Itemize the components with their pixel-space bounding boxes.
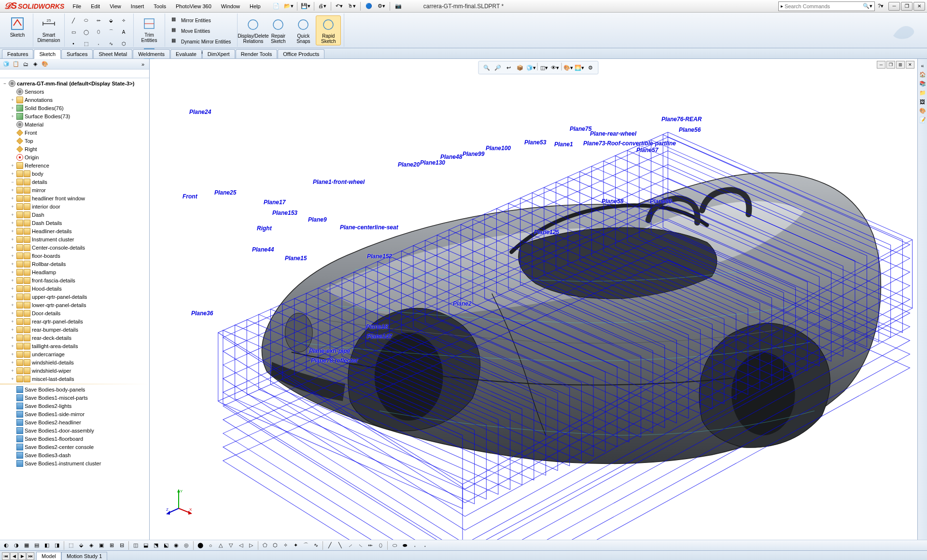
toolbar-btn-9[interactable]: ▣ [97, 541, 106, 550]
rebuild-button[interactable]: 🔵 [364, 1, 374, 12]
toolbar-btn-4[interactable]: ◧ [42, 541, 51, 550]
toolbar-btn-39[interactable]: ⬪ [421, 541, 429, 550]
toolbar-btn-29[interactable]: ∿ [311, 541, 320, 550]
toolbar-btn-11[interactable]: ⊟ [117, 541, 126, 550]
toolbar-btn-6[interactable]: ⬚ [67, 541, 75, 550]
move-entities-button[interactable]: ▦Move Entities [169, 26, 233, 36]
sketch-tool-10[interactable]: • [69, 39, 78, 48]
toolbar-btn-20[interactable]: △ [216, 541, 225, 550]
tree-folder-dash[interactable]: +Dash [0, 210, 149, 219]
sketch-tool-11[interactable]: ⬚ [81, 39, 91, 48]
minimize-button[interactable]: ─ [888, 2, 900, 11]
tree-save-save-bodies3-dash[interactable]: Save Bodies3-dash [0, 451, 149, 459]
zoom-fit-icon[interactable]: 🔍 [482, 63, 492, 72]
toolbar-btn-2[interactable]: ▦ [22, 541, 31, 550]
plane-label[interactable]: Plane125 [534, 229, 559, 236]
plane-label[interactable]: Plane-centerline-seat [340, 224, 398, 231]
plane-label[interactable]: Plane44 [252, 246, 274, 253]
sketch-tool-7[interactable]: ⬯ [94, 27, 103, 37]
toolbar-btn-23[interactable]: ▷ [247, 541, 255, 550]
plane-label[interactable]: Plane78-reflector [311, 357, 358, 364]
toolbar-btn-16[interactable]: ◉ [172, 541, 181, 550]
plane-label[interactable]: Plane147 [367, 333, 392, 340]
tree-save-save-bodies-body-panels[interactable]: Save Bodies-body-panels [0, 385, 149, 393]
tree-folder-windshield-wiper[interactable]: +windshield-wiper [0, 366, 149, 375]
tree-folder-body[interactable]: +body [0, 169, 149, 178]
toolbar-btn-13[interactable]: ⬓ [141, 541, 150, 550]
tree-save-save-bodies1-floorboard[interactable]: Save Bodies1-floorboard [0, 434, 149, 443]
tree-folder-rear-qrtr-panel-details[interactable]: +rear-qrtr-panel-details [0, 317, 149, 325]
menu-insert[interactable]: Insert [126, 1, 149, 11]
save-button[interactable]: 💾▾ [300, 1, 311, 12]
plane-label[interactable]: Plane2 [453, 300, 472, 307]
sketch-tool-4[interactable]: ✧ [119, 15, 128, 25]
section-view-icon[interactable]: 📦 [515, 63, 525, 72]
tree-folder-taillight-area-details[interactable]: +taillight-area-details [0, 342, 149, 350]
tree-root-node[interactable]: − carrera-GT-mm-final (default<Display S… [0, 79, 149, 87]
sketch-tool-0[interactable]: ╱ [69, 15, 78, 25]
plane-label[interactable]: Plane80 [650, 198, 672, 205]
plane-label[interactable]: Plane75 [570, 126, 591, 132]
toolbar-btn-10[interactable]: ⊞ [107, 541, 116, 550]
appearances-icon[interactable]: 🎨 [919, 108, 926, 114]
tree-folder-hood-details[interactable]: +Hood-details [0, 284, 149, 293]
toolbar-btn-7[interactable]: ⬙ [77, 541, 85, 550]
plane-label[interactable]: Front [183, 193, 197, 200]
tab-evaluate[interactable]: Evaluate [170, 49, 202, 58]
design-library-icon[interactable]: 📚 [919, 81, 926, 87]
tab-weldments[interactable]: Weldments [133, 49, 170, 58]
toolbar-btn-32[interactable]: ⟋ [346, 541, 354, 550]
custom-props-icon[interactable]: 📝 [919, 117, 926, 123]
tree-folder-headlamp[interactable]: +Headlamp [0, 268, 149, 276]
print-button[interactable]: 🖨▾ [317, 1, 328, 12]
tree-node-surface-bodies-73-[interactable]: +Surface Bodies(73) [0, 112, 149, 120]
plane-label[interactable]: Plane25 [214, 189, 236, 196]
plane-label[interactable]: Plane-rear-wheel [590, 130, 636, 137]
display-manager-tab[interactable]: 🎨 [41, 60, 49, 69]
menu-file[interactable]: File [68, 1, 85, 11]
plane-label[interactable]: Plane18 [366, 323, 388, 330]
plane-label[interactable]: Plane-exh-pipe [309, 348, 350, 354]
orientation-triad[interactable]: Y X Z [164, 487, 193, 516]
tree-filter[interactable] [0, 70, 149, 78]
previous-view-icon[interactable]: ↩ [504, 63, 514, 72]
sketch-tool-9[interactable]: A [119, 27, 128, 37]
tree-folder-lower-qrtr-panel-details[interactable]: +lower-qrtr-panel-details [0, 301, 149, 309]
plane-label[interactable]: Plane76-REAR [661, 116, 702, 123]
select-button[interactable]: 🖱▾ [347, 1, 357, 12]
dynamic-mirror-button[interactable]: ▦Dynamic Mirror Entities [169, 37, 233, 46]
toolbar-btn-24[interactable]: ⬠ [261, 541, 269, 550]
toolbar-btn-21[interactable]: ▽ [226, 541, 235, 550]
tree-folder-headliner-front-window[interactable]: +headliner front window [0, 194, 149, 202]
toolbar-btn-27[interactable]: ✦ [291, 541, 300, 550]
menu-view[interactable]: View [105, 1, 126, 11]
tab-render-tools[interactable]: Render Tools [236, 49, 278, 58]
task-pane-handle-icon[interactable]: « [921, 63, 924, 69]
tree-node-solid-bodies-76-[interactable]: +Solid Bodies(76) [0, 104, 149, 112]
tree-folder-floor-boards[interactable]: +floor-boards [0, 252, 149, 260]
plane-label[interactable]: Plane57 [636, 147, 658, 154]
tree-expand-button[interactable]: » [139, 60, 147, 69]
toolbar-btn-38[interactable]: ⬫ [410, 541, 419, 550]
task-pane-collapsed[interactable]: « 🏠 📚 📁 🖼 🎨 📝 [917, 59, 927, 540]
tree-save-save-bodies1-side-mirror[interactable]: Save Bodies1-side-mirror [0, 410, 149, 418]
toolbar-btn-30[interactable]: ╱ [325, 541, 334, 550]
mirror-entities-button[interactable]: ▦Mirror Entities [169, 15, 233, 25]
plane-label[interactable]: Plane153 [272, 210, 297, 216]
plane-label[interactable]: Plane58 [602, 198, 623, 205]
display-relations-button[interactable]: Display/Delete Relations [240, 15, 266, 45]
view-palette-icon[interactable]: 🖼 [920, 99, 925, 105]
tab-surfaces[interactable]: Surfaces [61, 49, 93, 58]
plane-label[interactable]: Plane130 [420, 159, 445, 166]
tree-save-save-bodies1-door-assembly[interactable]: Save Bodies1-door-assembly [0, 426, 149, 434]
tree-folder-front-fascia-details[interactable]: +front-fascia-details [0, 276, 149, 284]
motion-study-tab[interactable]: Motion Study 1 [61, 552, 107, 560]
toolbar-btn-18[interactable]: ⬤ [196, 541, 205, 550]
configuration-manager-tab[interactable]: 🗂 [21, 60, 30, 69]
plane-label[interactable]: Plane24 [189, 109, 211, 115]
menu-window[interactable]: Window [217, 1, 244, 11]
sketch-tool-8[interactable]: ⌒ [106, 27, 116, 37]
dimxpert-manager-tab[interactable]: ◈ [31, 60, 40, 69]
plane-label[interactable]: Plane1 [554, 141, 573, 148]
tree-node-material-not-specified-[interactable]: Material [0, 120, 149, 128]
